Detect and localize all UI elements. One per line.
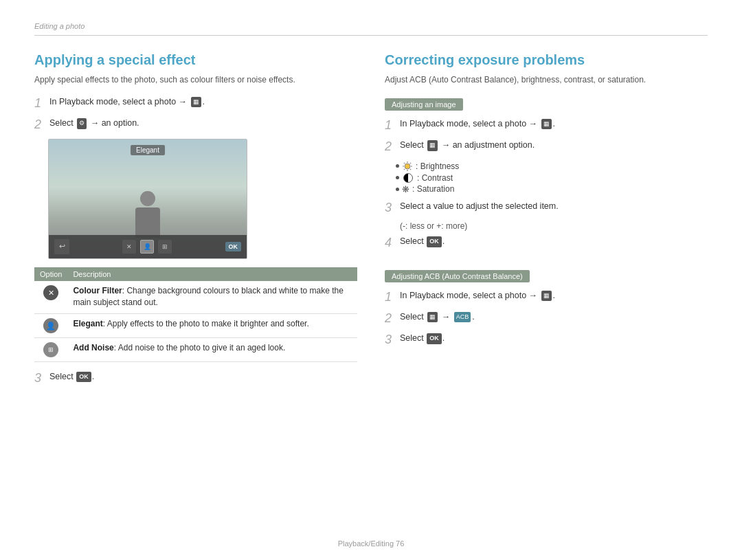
saturation-icon: ❋ — [402, 184, 409, 194]
breadcrumb: Editing a photo — [34, 21, 708, 36]
menu-icon-acb1: ▦ — [541, 291, 552, 302]
elegant-label: Elegant — [131, 145, 165, 155]
left-step-1: 1 In Playback mode, select a photo → ▦. — [34, 96, 357, 111]
menu-icon-right2: ▦ — [427, 140, 438, 151]
menu-icon-step1: ▦ — [191, 97, 201, 108]
svg-line-7 — [410, 163, 411, 164]
step-text-3: Select OK. — [49, 370, 94, 383]
right-section-title: Correcting exposure problems — [385, 52, 708, 68]
colour-filter-icon: ✕ — [43, 285, 58, 300]
acb-icon: ACB — [454, 312, 471, 323]
breadcrumb-text: Editing a photo — [34, 22, 85, 30]
right-step-text-1: In Playback mode, select a photo → ▦. — [400, 117, 555, 131]
acb-step-3: 3 Select OK. — [385, 332, 708, 348]
bullet-dot-saturation — [396, 188, 399, 191]
step-num-3: 3 — [34, 370, 45, 386]
right-step-3: 3 Select a value to adjust the selected … — [385, 200, 708, 216]
right-section-intro: Adjust ACB (Auto Contrast Balance), brig… — [385, 74, 708, 86]
bullet-dot-brightness — [396, 164, 399, 168]
bullet-dot-contrast — [396, 176, 399, 179]
elegant-term: Elegant — [73, 319, 102, 328]
acb-step-num-1: 1 — [385, 289, 396, 305]
person-body — [135, 208, 160, 238]
right-step-2: 2 Select ▦ → an adjustment option. — [385, 139, 708, 155]
table-row-add-noise: ⊞ Add Noise: Add noise to the photo to g… — [34, 337, 357, 361]
left-column: Applying a special effect Apply special … — [34, 52, 357, 392]
step-text-2: Select ⚙ → an option. — [49, 117, 139, 130]
col-header-option: Option — [34, 267, 67, 281]
camera-preview: Elegant ↩ ✕ 👤 ⊞ OK — [48, 139, 247, 259]
table-row-elegant: 👤 Elegant: Apply effects to the photo to… — [34, 313, 357, 337]
bullet-contrast: : Contrast — [396, 173, 708, 183]
page-container: Editing a photo Applying a special effec… — [0, 0, 742, 560]
svg-line-5 — [404, 163, 405, 164]
acb-step-1: 1 In Playback mode, select a photo → ▦. — [385, 289, 708, 305]
ok-toolbar-button[interactable]: OK — [225, 242, 242, 251]
right-column: Correcting exposure problems Adjust ACB … — [385, 52, 708, 392]
left-section-intro: Apply special effects to the photo, such… — [34, 74, 357, 86]
two-column-layout: Applying a special effect Apply special … — [34, 52, 708, 392]
acb-step-text-2: Select ▦ → ACB. — [400, 311, 475, 324]
acb-step-2: 2 Select ▦ → ACB. — [385, 311, 708, 326]
colour-filter-term: Colour Filter — [73, 286, 122, 295]
acb-step-text-3: Select OK. — [400, 332, 445, 345]
subsection-label-acb: Adjusting ACB (Auto Contrast Balance) — [385, 270, 530, 282]
bullet-saturation: ❋ : Saturation — [396, 184, 708, 194]
acb-step-text-1: In Playback mode, select a photo → ▦. — [400, 289, 555, 302]
figure-silhouette — [131, 191, 165, 239]
right-step-num-4: 4 — [385, 235, 396, 251]
camera-toolbar: ↩ ✕ 👤 ⊞ OK — [49, 235, 247, 258]
elegant-tb-icon[interactable]: 👤 — [140, 240, 154, 254]
right-step-1: 1 In Playback mode, select a photo → ▦. — [385, 117, 708, 133]
add-noise-desc: Add noise to the photo to give it an age… — [118, 343, 286, 352]
option-table: Option Description ✕ Colour Filter: Chan… — [34, 267, 357, 362]
menu-icon-acb2: ▦ — [427, 312, 438, 323]
right-step-text-3: Select a value to adjust the selected it… — [400, 200, 559, 213]
right-step-text-4: Select OK. — [400, 235, 445, 248]
back-icon[interactable]: ↩ — [54, 239, 69, 254]
person-head — [140, 191, 155, 206]
right-step-text-2: Select ▦ → an adjustment option. — [400, 139, 535, 152]
contrast-icon — [403, 173, 413, 183]
left-step-2: 2 Select ⚙ → an option. — [34, 117, 357, 133]
adjustment-options-list: : Brightness : Contrast ❋ : Saturation — [396, 161, 708, 194]
svg-point-0 — [405, 164, 410, 169]
footer: Playback/Editing 76 — [338, 539, 405, 548]
right-step-num-1: 1 — [385, 117, 396, 133]
ok-badge-acb: OK — [427, 333, 442, 344]
adjust-note: (-: less or +: more) — [400, 221, 708, 231]
elegant-desc: Apply effects to the photo to make it br… — [107, 319, 309, 328]
brightness-text: : Brightness — [416, 161, 459, 171]
add-noise-icon: ⊞ — [43, 342, 58, 357]
right-step-num-3: 3 — [385, 200, 396, 216]
toolbar-icons: ✕ 👤 ⊞ — [122, 240, 172, 254]
subsection-label-adjusting: Adjusting an image — [385, 98, 463, 111]
saturation-text: : Saturation — [412, 184, 454, 194]
table-row-colour-filter: ✕ Colour Filter: Change background colou… — [34, 281, 357, 313]
right-step-num-2: 2 — [385, 139, 396, 155]
step-text-1: In Playback mode, select a photo → ▦. — [49, 96, 205, 109]
contrast-text: : Contrast — [417, 173, 453, 183]
add-noise-term: Add Noise — [73, 343, 113, 352]
svg-line-8 — [404, 169, 405, 170]
colour-filter-tb-icon[interactable]: ✕ — [122, 240, 136, 254]
menu-icon-right1: ▦ — [541, 119, 552, 130]
footer-text: Playback/Editing 76 — [338, 539, 405, 548]
left-section-title: Applying a special effect — [34, 52, 357, 68]
bullet-brightness: : Brightness — [396, 161, 708, 172]
acb-step-num-3: 3 — [385, 332, 396, 348]
ok-badge-left: OK — [76, 372, 91, 383]
svg-line-6 — [410, 169, 411, 170]
effect-icon-step2: ⚙ — [77, 118, 87, 129]
acb-step-num-2: 2 — [385, 311, 396, 326]
step-num-1: 1 — [34, 96, 45, 111]
step-num-2: 2 — [34, 117, 45, 133]
right-step-4: 4 Select OK. — [385, 235, 708, 251]
elegant-icon: 👤 — [43, 318, 58, 333]
col-header-description: Description — [67, 267, 357, 281]
sun-icon — [402, 161, 413, 172]
left-step-3: 3 Select OK. — [34, 370, 357, 386]
noise-tb-icon[interactable]: ⊞ — [158, 240, 172, 254]
ok-badge-right1: OK — [427, 236, 442, 247]
